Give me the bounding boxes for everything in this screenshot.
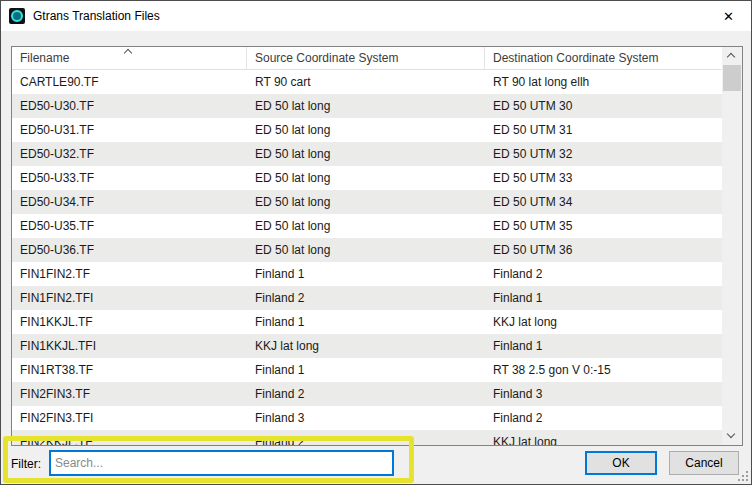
- table-row[interactable]: ED50-U32.TFED 50 lat longED 50 UTM 32: [12, 142, 722, 166]
- title-bar: Gtrans Translation Files ✕: [1, 1, 751, 31]
- cell-filename: ED50-U34.TF: [12, 190, 247, 214]
- filter-label: Filter:: [11, 457, 41, 471]
- cell-destination: Finland 3: [485, 382, 722, 406]
- cell-filename: FIN2FIN3.TFI: [12, 406, 247, 430]
- close-icon[interactable]: ✕: [706, 1, 751, 31]
- sort-ascending-icon: [125, 49, 132, 56]
- cell-filename: CARTLE90.TF: [12, 70, 247, 94]
- table-row[interactable]: FIN2FIN3.TFFinland 2Finland 3: [12, 382, 722, 406]
- cell-destination: ED 50 UTM 31: [485, 118, 722, 142]
- cell-source: ED 50 lat long: [247, 94, 485, 118]
- cell-destination: ED 50 UTM 32: [485, 142, 722, 166]
- cell-source: ED 50 lat long: [247, 238, 485, 262]
- filter-search-input[interactable]: [49, 450, 394, 476]
- cell-filename: ED50-U31.TF: [12, 118, 247, 142]
- cell-source: Finland 1: [247, 310, 485, 334]
- cell-destination: Finland 2: [485, 406, 722, 430]
- table-row[interactable]: FIN2FIN3.TFIFinland 3Finland 2: [12, 406, 722, 430]
- cell-destination: KKJ lat long: [485, 310, 722, 334]
- cell-destination: Finland 1: [485, 334, 722, 358]
- translation-files-list: Filename Source Coordinate System Destin…: [11, 46, 743, 446]
- scroll-up-icon[interactable]: [722, 47, 742, 64]
- cell-filename: ED50-U33.TF: [12, 166, 247, 190]
- cell-filename: ED50-U36.TF: [12, 238, 247, 262]
- table-row[interactable]: ED50-U34.TFED 50 lat longED 50 UTM 34: [12, 190, 722, 214]
- app-icon: [9, 8, 25, 24]
- table-row[interactable]: ED50-U35.TFED 50 lat longED 50 UTM 35: [12, 214, 722, 238]
- cancel-button[interactable]: Cancel: [669, 451, 739, 475]
- cell-source: Finland 3: [247, 406, 485, 430]
- cell-source: Finland 1: [247, 358, 485, 382]
- cell-source: ED 50 lat long: [247, 118, 485, 142]
- globe-icon: [11, 10, 23, 22]
- cell-source: Finland 2: [247, 430, 485, 445]
- table-row[interactable]: FIN1FIN2.TFFinland 1Finland 2: [12, 262, 722, 286]
- list-header: Filename Source Coordinate System Destin…: [12, 47, 722, 70]
- cell-filename: FIN1RT38.TF: [12, 358, 247, 382]
- table-row[interactable]: CARTLE90.TFRT 90 cartRT 90 lat long ellh: [12, 70, 722, 94]
- cell-filename: FIN1FIN2.TF: [12, 262, 247, 286]
- table-row[interactable]: ED50-U33.TFED 50 lat longED 50 UTM 33: [12, 166, 722, 190]
- cell-destination: ED 50 UTM 35: [485, 214, 722, 238]
- dialog-window: Gtrans Translation Files ✕ Filename Sour…: [0, 0, 752, 485]
- cell-destination: Finland 1: [485, 286, 722, 310]
- table-row[interactable]: FIN1RT38.TFFinland 1RT 38 2.5 gon V 0:-1…: [12, 358, 722, 382]
- cell-destination: Finland 2: [485, 262, 722, 286]
- cell-filename: ED50-U30.TF: [12, 94, 247, 118]
- cell-filename: FIN1KKJL.TF: [12, 310, 247, 334]
- column-header-filename[interactable]: Filename: [12, 47, 247, 69]
- cell-source: ED 50 lat long: [247, 190, 485, 214]
- cell-filename: ED50-U35.TF: [12, 214, 247, 238]
- cell-destination: RT 90 lat long ellh: [485, 70, 722, 94]
- cell-filename: FIN2KKJL.TF: [12, 430, 247, 445]
- cell-filename: ED50-U32.TF: [12, 142, 247, 166]
- cell-source: Finland 1: [247, 262, 485, 286]
- table-row[interactable]: FIN1KKJL.TFIKKJ lat longFinland 1: [12, 334, 722, 358]
- table-row[interactable]: FIN1KKJL.TFFinland 1KKJ lat long: [12, 310, 722, 334]
- cell-source: KKJ lat long: [247, 334, 485, 358]
- list-rows: CARTLE90.TFRT 90 cartRT 90 lat long ellh…: [12, 70, 722, 445]
- cell-destination: RT 38 2.5 gon V 0:-15: [485, 358, 722, 382]
- cell-source: Finland 2: [247, 286, 485, 310]
- cell-source: ED 50 lat long: [247, 166, 485, 190]
- window-title: Gtrans Translation Files: [33, 9, 160, 23]
- resize-grip[interactable]: [738, 471, 748, 481]
- cell-filename: FIN1FIN2.TFI: [12, 286, 247, 310]
- cell-filename: FIN2FIN3.TF: [12, 382, 247, 406]
- cell-destination: KKJ lat long: [485, 430, 722, 445]
- cell-destination: ED 50 UTM 34: [485, 190, 722, 214]
- cell-source: RT 90 cart: [247, 70, 485, 94]
- table-row[interactable]: FIN2KKJL.TFFinland 2KKJ lat long: [12, 430, 722, 445]
- table-row[interactable]: FIN1FIN2.TFIFinland 2Finland 1: [12, 286, 722, 310]
- scrollbar-thumb[interactable]: [723, 65, 741, 91]
- cell-destination: ED 50 UTM 33: [485, 166, 722, 190]
- column-header-destination[interactable]: Destination Coordinate System: [485, 47, 722, 69]
- scroll-down-icon[interactable]: [722, 428, 742, 445]
- ok-button[interactable]: OK: [585, 451, 657, 475]
- table-row[interactable]: ED50-U31.TFED 50 lat longED 50 UTM 31: [12, 118, 722, 142]
- table-row[interactable]: ED50-U36.TFED 50 lat longED 50 UTM 36: [12, 238, 722, 262]
- cell-destination: ED 50 UTM 30: [485, 94, 722, 118]
- column-header-source[interactable]: Source Coordinate System: [247, 47, 485, 69]
- cell-filename: FIN1KKJL.TFI: [12, 334, 247, 358]
- table-row[interactable]: ED50-U30.TFED 50 lat longED 50 UTM 30: [12, 94, 722, 118]
- cell-destination: ED 50 UTM 36: [485, 238, 722, 262]
- vertical-scrollbar[interactable]: [722, 47, 742, 445]
- cell-source: ED 50 lat long: [247, 214, 485, 238]
- cell-source: Finland 2: [247, 382, 485, 406]
- cell-source: ED 50 lat long: [247, 142, 485, 166]
